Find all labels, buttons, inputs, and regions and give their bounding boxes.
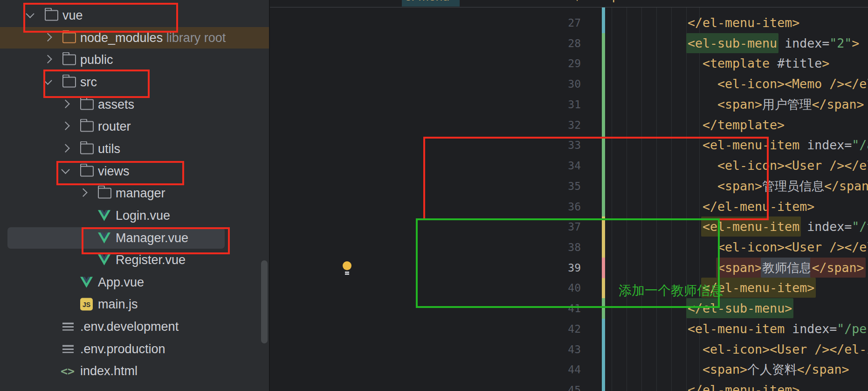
- tree-item-label: Login.vue: [116, 208, 170, 223]
- folder-icon: [80, 143, 94, 154]
- code-line-30[interactable]: <el-icon><Memo /></el-icon>: [717, 74, 868, 94]
- code-token: "/admin": [852, 138, 868, 152]
- tree-item-manager[interactable]: manager: [0, 182, 269, 204]
- code-token: >: [852, 36, 859, 50]
- line-number-27[interactable]: 27: [540, 13, 581, 33]
- intention-lightbulb-icon[interactable]: [343, 261, 351, 275]
- code-token: <span>: [717, 97, 762, 112]
- code-token: </el-menu-item>: [688, 15, 799, 30]
- tree-item-label: assets: [98, 97, 134, 112]
- project-tree-panel: vuenode_modules library rootpublicsrcass…: [0, 0, 269, 391]
- chevron-right-icon[interactable]: [43, 55, 52, 63]
- line-number-30[interactable]: 30: [540, 74, 581, 94]
- js-file-icon: JS: [80, 298, 93, 311]
- tree-scrollbar-thumb[interactable]: [261, 260, 268, 343]
- code-token: <el-menu-item: [688, 321, 785, 336]
- code-line-28[interactable]: <el-sub-menu index="2">: [688, 33, 859, 54]
- tree-item-router[interactable]: router: [0, 116, 269, 137]
- chevron-right-icon[interactable]: [61, 122, 69, 130]
- code-token: index=: [807, 219, 852, 234]
- tree-item-label: public: [80, 53, 113, 67]
- code-token: [785, 321, 792, 336]
- line-number-31[interactable]: 31: [540, 94, 581, 115]
- tree-item-label: index.html: [80, 364, 138, 378]
- code-token: </span>: [812, 97, 864, 112]
- code-token: "/person": [837, 321, 868, 336]
- line-number-28[interactable]: 28: [540, 33, 581, 54]
- tree-red-box-views: [56, 161, 184, 185]
- annotation-label: 添加一个教师信息: [619, 282, 723, 300]
- tree-item-utils[interactable]: utils: [0, 138, 269, 160]
- tree-item-label: .env.production: [80, 342, 165, 356]
- vue-file-icon: [98, 254, 110, 265]
- tree-item-label: .env.development: [80, 320, 179, 334]
- code-token: </span>: [824, 179, 868, 193]
- line-number-43[interactable]: 43: [540, 339, 581, 360]
- line-number-45[interactable]: 45: [540, 380, 581, 391]
- code-line-44[interactable]: <span>个人资料</span>: [703, 359, 849, 380]
- tree-red-box-manager-vue: [82, 227, 230, 254]
- code-line-43[interactable]: <el-icon><User /></el-icon>: [703, 339, 868, 360]
- change-marker-cyan[interactable]: [602, 7, 605, 33]
- folder-icon: [80, 121, 94, 132]
- code-token: <el-icon><User /></el-icon>: [703, 342, 868, 356]
- tree-item-label: utils: [98, 141, 120, 156]
- tree-item-public[interactable]: public: [0, 49, 269, 70]
- code-token: [770, 56, 777, 70]
- code-line-45[interactable]: </el-menu-item>: [688, 380, 799, 391]
- code-line-39[interactable]: <span>教师信息</span>: [717, 258, 864, 278]
- tree-item--env-production[interactable]: .env.production: [0, 338, 269, 360]
- change-marker-cyan[interactable]: [602, 319, 605, 391]
- code-token: </span>: [797, 362, 849, 377]
- sticky-line-tag: el-menu: [405, 0, 449, 7]
- chevron-right-icon[interactable]: [43, 33, 52, 41]
- code-token: index=: [785, 36, 829, 50]
- tree-item--env-development[interactable]: .env.development: [0, 316, 269, 337]
- folder-icon: [80, 99, 94, 110]
- folder-icon: [98, 188, 111, 199]
- line-number-32[interactable]: 32: [540, 115, 581, 135]
- code-token: [799, 138, 807, 152]
- code-token: <template: [703, 56, 770, 70]
- code-token: <span>: [716, 258, 764, 278]
- code-token: </span>: [810, 258, 865, 278]
- sticky-line-clipped-text: :default-active="$route.path" router >: [485, 0, 737, 6]
- code-token: <el-sub-menu: [686, 33, 778, 53]
- tree-item-main-js[interactable]: JSmain.js: [0, 293, 269, 315]
- line-number-29[interactable]: 29: [540, 53, 581, 74]
- code-token: index=: [792, 321, 837, 336]
- tree-item-login-vue[interactable]: Login.vue: [0, 205, 269, 226]
- chevron-right-icon[interactable]: [61, 144, 69, 152]
- sticky-line-tag-highlight: el-menu: [402, 0, 460, 7]
- folder-icon: [62, 55, 76, 65]
- code-token: >: [822, 56, 829, 70]
- tree-item-index-html[interactable]: <>index.html: [0, 360, 269, 382]
- env-file-icon: [62, 345, 74, 353]
- folder-icon: [62, 32, 76, 43]
- code-token: <span>: [703, 362, 747, 377]
- code-token: 个人资料: [747, 362, 797, 377]
- red-annotation-box-admin-block: [423, 137, 769, 220]
- code-line-38[interactable]: <el-icon><User /></el-icon>: [717, 237, 868, 258]
- chevron-right-icon[interactable]: [79, 189, 87, 197]
- vue-file-icon: [98, 210, 110, 221]
- env-file-icon: [62, 323, 74, 331]
- code-line-27[interactable]: </el-menu-item>: [688, 13, 799, 33]
- tree-item-label: main.js: [98, 297, 138, 312]
- code-token: index=: [807, 138, 852, 152]
- tree-item-label: manager: [116, 186, 165, 201]
- line-number-42[interactable]: 42: [540, 319, 581, 339]
- code-line-42[interactable]: <el-menu-item index="/person">: [688, 319, 868, 339]
- vue-file-icon: [80, 277, 93, 288]
- code-line-29[interactable]: <template #title>: [703, 53, 829, 74]
- code-token: <el-icon><Memo /></el-icon>: [717, 77, 868, 91]
- tree-item-app-vue[interactable]: App.vue: [0, 272, 269, 293]
- code-line-31[interactable]: <span>用户管理</span>: [717, 94, 864, 115]
- tree-red-box-vue: [23, 3, 178, 33]
- tree-item-label: Register.vue: [116, 253, 186, 267]
- code-token: 管理员信息: [762, 179, 824, 193]
- code-token: <el-icon><User /></el-icon>: [717, 240, 868, 254]
- chevron-right-icon[interactable]: [61, 99, 69, 108]
- code-line-32[interactable]: </template>: [703, 115, 785, 135]
- line-number-44[interactable]: 44: [540, 359, 581, 380]
